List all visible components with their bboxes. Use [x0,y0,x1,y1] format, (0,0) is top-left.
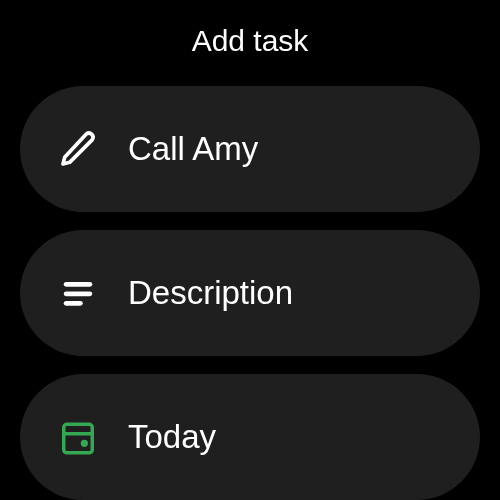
page-title: Add task [0,0,500,86]
calendar-icon [56,415,100,459]
svg-rect-2 [64,301,83,306]
svg-rect-3 [64,424,93,453]
task-form-rows: Call Amy Description Today [0,86,500,500]
svg-rect-0 [64,282,93,287]
date-label: Today [128,418,216,456]
svg-point-5 [82,441,86,445]
description-icon [56,271,100,315]
description-label: Description [128,274,293,312]
date-row[interactable]: Today [20,374,480,500]
task-name-label: Call Amy [128,130,258,168]
pencil-icon [56,127,100,171]
description-row[interactable]: Description [20,230,480,356]
task-name-row[interactable]: Call Amy [20,86,480,212]
svg-rect-1 [64,291,93,296]
